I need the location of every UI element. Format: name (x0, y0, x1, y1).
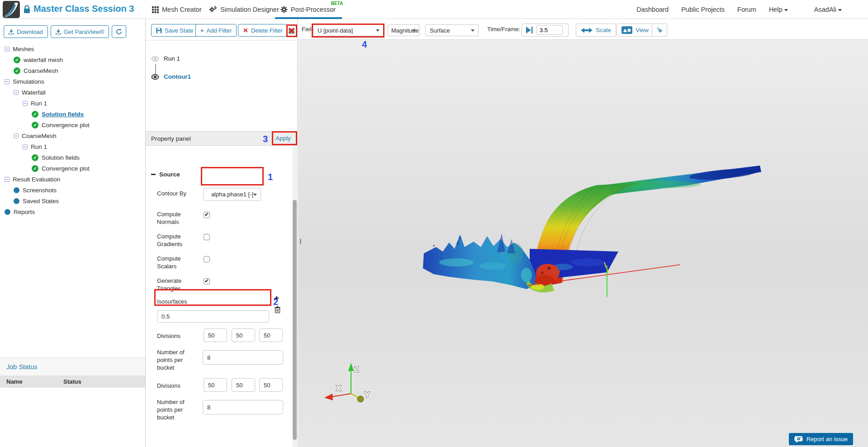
tab-label: Simulation Designer (220, 6, 279, 13)
nav-dashboard[interactable]: Dashboard (636, 6, 669, 13)
render-viewport: Field: U [point-data] Magnitude Surface … (298, 19, 868, 447)
success-check-icon (14, 67, 20, 74)
tools-gear-icon (657, 26, 662, 34)
compute-gradients-checkbox[interactable] (204, 234, 210, 240)
compute-scalars-checkbox[interactable] (204, 256, 210, 262)
divisions-x-input[interactable] (204, 328, 227, 342)
delete-saved-state-icon-button[interactable] (286, 24, 297, 37)
tree-item-simulations[interactable]: Simulations (5, 77, 140, 86)
axis-x-label: X (336, 384, 342, 393)
divisions2-z-input[interactable] (259, 378, 283, 392)
tree-item-run1[interactable]: Run 1 (23, 99, 140, 108)
compute-normals-checkbox[interactable] (204, 212, 210, 218)
collapse-section-icon (151, 174, 156, 175)
project-tree: Meshes waterfall mesh CoarseMesh Simulat… (5, 44, 140, 218)
view-button[interactable]: View (617, 24, 654, 37)
add-isosurface-icon[interactable]: + (274, 295, 279, 301)
collapse-icon[interactable] (14, 133, 19, 138)
tree-item-waterfall-mesh[interactable]: waterfall mesh (14, 55, 140, 65)
component-select[interactable]: Magnitude (388, 24, 420, 36)
chevron-down-icon (412, 29, 416, 32)
tree-item-convergence-plot[interactable]: Convergence plot (32, 120, 140, 130)
scale-button[interactable]: Scale (576, 24, 616, 37)
contour-by-select[interactable]: alpha.phase1 [-] (204, 188, 261, 201)
tree-item-convergence-plot2[interactable]: Convergence plot (32, 164, 140, 173)
time-value-input[interactable] (536, 25, 563, 35)
tab-simulation-designer[interactable]: Simulation Designer (209, 0, 279, 19)
user-menu[interactable]: AsadAli (814, 6, 842, 13)
isosurface-value-input[interactable] (157, 310, 269, 323)
sidebar-toolbar: Download Get ParaView® (4, 25, 126, 38)
tree-item-screenshots[interactable]: Screenshots (14, 185, 140, 195)
collapse-icon[interactable] (5, 177, 9, 182)
3d-scene[interactable]: Z X Y Report an issue (298, 40, 868, 447)
collapse-icon[interactable] (5, 79, 9, 84)
visibility-eye-icon[interactable] (151, 56, 159, 62)
tree-item-result-evaluation[interactable]: Result Evaluation (5, 175, 140, 184)
feedback-camera-icon (794, 436, 803, 443)
representation-select[interactable]: Surface (425, 24, 479, 36)
tree-item-run1-coarse[interactable]: Run 1 (23, 142, 140, 152)
collapse-icon[interactable] (14, 90, 19, 95)
visibility-eye-icon[interactable] (151, 74, 159, 80)
tab-mesh-creator[interactable]: Mesh Creator (152, 0, 202, 19)
points-per-bucket2-input[interactable] (203, 400, 283, 414)
field-select[interactable]: U [point-data] (313, 24, 384, 36)
pipeline-item-contour1[interactable]: Contour1 (151, 73, 191, 80)
add-filter-button[interactable]: + Add Filter (195, 24, 237, 37)
nav-public-projects[interactable]: Public Projects (681, 6, 725, 13)
download-button[interactable]: Download (4, 25, 48, 38)
isosurfaces-label: Isosurfaces (157, 298, 211, 305)
scrollbar-thumb[interactable] (293, 200, 297, 440)
tree-item-saved-states[interactable]: Saved States (14, 196, 140, 206)
tab-post-processor[interactable]: Post-Processor BETA (280, 0, 336, 19)
tree-item-meshes[interactable]: Meshes (5, 44, 140, 54)
tree-item-coarsemesh[interactable]: CoarseMesh (14, 66, 140, 76)
divisions2-label: Divisions (157, 382, 196, 390)
tree-item-solution-fields[interactable]: Solution fields (32, 153, 140, 162)
divisions2-x-input[interactable] (204, 378, 227, 392)
pipeline-browser: Run 1 Contour1 (146, 41, 297, 131)
tree-item-solution-fields-selected[interactable]: Solution fields (32, 109, 140, 119)
tree-item-reports[interactable]: Reports (5, 207, 140, 217)
chevron-down-icon (376, 29, 379, 32)
property-scrollbar[interactable] (293, 146, 297, 447)
collapse-icon[interactable] (23, 144, 28, 149)
delete-filter-button[interactable]: ✕ Delete Filter (238, 24, 288, 37)
get-paraview-button[interactable]: Get ParaView® (51, 25, 109, 38)
nav-help[interactable]: Help (769, 6, 788, 13)
download-icon (56, 29, 61, 34)
render-settings-button[interactable] (652, 24, 667, 37)
collapse-icon[interactable] (23, 101, 28, 106)
app-logo-icon (3, 1, 20, 18)
pipeline-item-run1[interactable]: Run 1 (151, 55, 180, 62)
play-icon[interactable] (526, 27, 533, 33)
generate-triangles-checkbox[interactable] (204, 278, 210, 285)
pipeline-connector (155, 64, 156, 74)
tree-item-coarsemesh-sim[interactable]: CoarseMesh (14, 131, 140, 141)
compute-normals-label: Compute Normals (157, 210, 196, 226)
tree-item-waterfall[interactable]: Waterfall (14, 88, 140, 97)
delete-isosurface-icon[interactable] (275, 306, 280, 313)
divisions-y-input[interactable] (232, 328, 255, 342)
points-per-bucket-input[interactable] (203, 350, 283, 365)
chevron-down-icon (784, 9, 788, 11)
plus-icon: + (200, 27, 204, 34)
refresh-button[interactable] (112, 25, 126, 38)
save-state-button[interactable]: Save State (151, 24, 199, 37)
collapse-icon[interactable] (5, 47, 9, 52)
beta-badge: BETA (331, 1, 343, 6)
property-panel-title: Property panel (151, 135, 191, 142)
time-frame-label: Time/Frame: (487, 26, 520, 33)
divisions2-y-input[interactable] (232, 378, 255, 392)
waterfall-render: Z X Y (298, 40, 868, 447)
nav-forum[interactable]: Forum (737, 6, 756, 13)
property-panel-content: Source Contour By alpha.phase1 [-] Compu… (146, 146, 297, 447)
project-title: Master Class Session 3 (33, 4, 134, 14)
report-issue-button[interactable]: Report an issue (789, 433, 853, 445)
source-section-header[interactable]: Source (151, 171, 180, 178)
divisions-z-input[interactable] (259, 328, 283, 342)
apply-button[interactable]: Apply (275, 135, 291, 142)
top-nav: Dashboard Public Projects Forum Help Asa… (636, 0, 842, 19)
chevron-down-icon (471, 29, 474, 32)
